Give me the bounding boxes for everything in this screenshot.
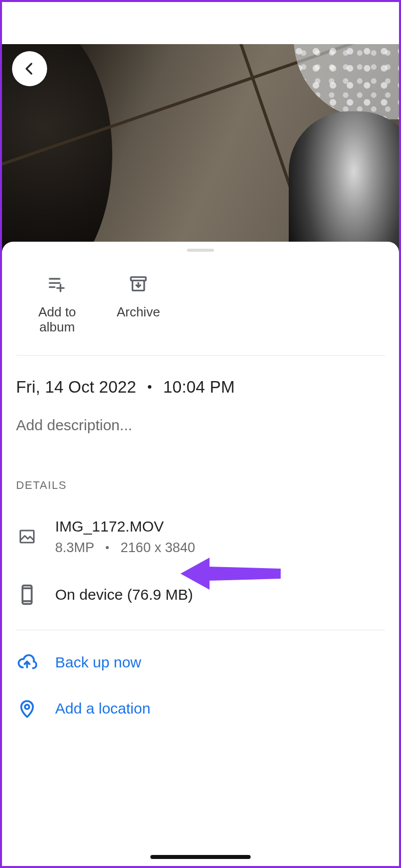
action-row: Add to album Archive	[2, 252, 399, 355]
archive-button[interactable]: Archive	[111, 274, 165, 335]
add-to-album-button[interactable]: Add to album	[30, 274, 84, 335]
action-label: Add to album	[30, 305, 84, 335]
svg-point-12	[25, 705, 30, 709]
top-whitespace	[2, 2, 399, 44]
photo-date: Fri, 14 Oct 2022	[16, 378, 136, 396]
playlist-add-icon	[47, 274, 67, 294]
svg-rect-5	[131, 277, 146, 281]
details-header: DETAILS	[16, 479, 385, 492]
storage-row[interactable]: On device (76.9 MB)	[2, 584, 399, 606]
info-sheet: Add to album Archive Fri, 14 Oct 2022 10…	[2, 242, 399, 866]
link-label: Add a location	[55, 700, 150, 717]
divider	[16, 630, 385, 630]
file-info-row[interactable]: IMG_1172.MOV 8.3MP 2160 x 3840	[2, 518, 399, 556]
file-meta: 8.3MP 2160 x 3840	[55, 540, 195, 556]
file-name: IMG_1172.MOV	[55, 518, 195, 535]
phone-icon	[16, 584, 38, 606]
separator-dot	[148, 385, 151, 389]
home-indicator[interactable]	[150, 855, 251, 859]
datetime-row[interactable]: Fri, 14 Oct 2022 10:04 PM	[2, 356, 399, 397]
photo-preview[interactable]	[2, 44, 399, 252]
archive-icon	[128, 274, 148, 294]
separator-dot	[106, 546, 109, 549]
location-pin-icon	[16, 699, 38, 719]
backup-now-button[interactable]: Back up now	[2, 652, 399, 672]
file-megapixels: 8.3MP	[55, 540, 94, 555]
file-dimensions: 2160 x 3840	[121, 540, 195, 555]
photo-time: 10:04 PM	[163, 378, 235, 396]
svg-rect-7	[21, 531, 34, 543]
link-label: Back up now	[55, 654, 141, 671]
storage-text: On device (76.9 MB)	[55, 586, 193, 603]
back-button[interactable]	[12, 51, 47, 86]
cloud-upload-icon	[16, 652, 38, 672]
action-label: Archive	[117, 305, 160, 320]
add-location-button[interactable]: Add a location	[2, 699, 399, 719]
image-icon	[16, 528, 38, 546]
chevron-left-icon	[22, 61, 37, 76]
description-input[interactable]	[16, 417, 385, 434]
